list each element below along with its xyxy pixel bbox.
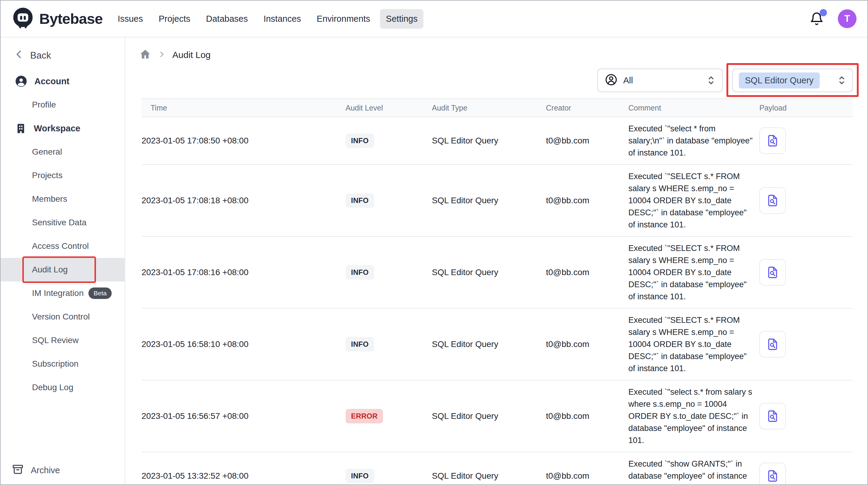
sidebar-item-version-control[interactable]: Version Control xyxy=(1,305,125,329)
sidebar-item-subscription[interactable]: Subscription xyxy=(1,352,125,376)
sidebar-section-account: Account xyxy=(1,69,125,93)
sidebar-item-members[interactable]: Members xyxy=(1,187,125,211)
settings-sidebar: Back Account Profile xyxy=(1,37,125,484)
sidebar-section-label: Workspace xyxy=(34,123,80,134)
bytebase-logo[interactable]: Bytebase xyxy=(11,7,103,31)
sidebar-item-label: Profile xyxy=(32,100,56,110)
cell-payload xyxy=(760,254,853,291)
document-search-icon xyxy=(766,469,780,483)
back-button[interactable]: Back xyxy=(1,47,125,65)
sidebar-section-label: Account xyxy=(34,77,69,86)
audit-level-badge: INFO xyxy=(346,265,374,280)
column-header-payload: Payload xyxy=(760,104,853,112)
nav-item-issues[interactable]: Issues xyxy=(112,9,149,29)
cell-audit-level: INFO xyxy=(346,463,432,485)
user-avatar[interactable]: T xyxy=(838,9,857,28)
cell-time: 2023-01-05 17:08:18 +08:00 xyxy=(142,190,346,211)
top-right-controls: T xyxy=(809,9,857,28)
audit-level-badge: INFO xyxy=(346,469,374,483)
sidebar-item-profile[interactable]: Profile xyxy=(1,93,125,117)
nav-item-settings[interactable]: Settings xyxy=(380,9,424,29)
bytebase-app-window: Bytebase IssuesProjectsDatabasesInstance… xyxy=(0,0,868,485)
audit-log-row: 2023-01-05 17:08:18 +08:00INFOSQL Editor… xyxy=(142,165,853,237)
nav-item-instances[interactable]: Instances xyxy=(257,9,307,29)
audit-level-badge: INFO xyxy=(346,193,374,208)
cell-audit-level: INFO xyxy=(346,128,432,153)
payload-view-button[interactable] xyxy=(760,127,786,154)
sidebar-item-archive[interactable]: Archive xyxy=(11,463,60,478)
nav-item-projects[interactable]: Projects xyxy=(153,9,196,29)
sidebar-section-workspace: Workspace xyxy=(1,117,125,140)
sidebar-workspace-items: GeneralProjectsMembersSensitive DataAcce… xyxy=(1,140,125,399)
cell-payload xyxy=(760,122,853,160)
sidebar-item-debug-log[interactable]: Debug Log xyxy=(1,376,125,399)
select-chevrons-icon xyxy=(707,74,716,86)
breadcrumb-chevron-icon xyxy=(158,51,166,59)
cell-comment: Executed `"select s.* from salary s wher… xyxy=(628,380,760,452)
cell-comment: Executed `"show GRANTS;"` in database "e… xyxy=(628,452,760,485)
audit-level-badge: INFO xyxy=(346,337,374,351)
audit-type-filter-select[interactable]: SQL Editor Query xyxy=(732,68,853,92)
cell-audit-type: SQL Editor Query xyxy=(432,190,546,211)
sidebar-item-general[interactable]: General xyxy=(1,140,125,164)
select-chevrons-icon xyxy=(837,74,846,86)
cell-comment: Executed `"SELECT s.* FROM salary s WHER… xyxy=(628,165,760,236)
top-nav-bar: Bytebase IssuesProjectsDatabasesInstance… xyxy=(1,1,867,37)
document-search-icon xyxy=(766,194,780,207)
sidebar-item-projects[interactable]: Projects xyxy=(1,164,125,187)
sidebar-item-label: Debug Log xyxy=(32,382,73,392)
column-header-audit-type: Audit Type xyxy=(432,104,546,112)
cell-audit-level: INFO xyxy=(346,260,432,285)
sidebar-item-sql-review[interactable]: SQL Review xyxy=(1,329,125,352)
sidebar-item-sensitive-data[interactable]: Sensitive Data xyxy=(1,211,125,234)
document-search-icon xyxy=(766,337,780,351)
audit-log-row: 2023-01-05 17:08:50 +08:00INFOSQL Editor… xyxy=(142,117,853,165)
sidebar-item-label: Subscription xyxy=(32,359,79,369)
creator-filter-select[interactable]: All xyxy=(597,68,723,92)
cell-audit-level: ERROR xyxy=(346,403,432,429)
sidebar-nav: Account Profile Workspace xyxy=(1,69,125,399)
sidebar-item-label: SQL Review xyxy=(32,336,79,345)
payload-view-button[interactable] xyxy=(760,331,786,358)
main-nav: IssuesProjectsDatabasesInstancesEnvironm… xyxy=(112,9,424,29)
column-header-time: Time xyxy=(142,104,346,112)
audit-log-row: 2023-01-05 16:58:10 +08:00INFOSQL Editor… xyxy=(142,309,853,380)
sidebar-item-audit-log[interactable]: Audit Log xyxy=(1,258,125,282)
column-header-audit-level: Audit Level xyxy=(346,104,432,112)
sidebar-item-label: Sensitive Data xyxy=(32,218,87,227)
cell-audit-type: SQL Editor Query xyxy=(432,262,546,283)
payload-view-button[interactable] xyxy=(760,403,786,429)
nav-item-databases[interactable]: Databases xyxy=(200,9,254,29)
audit-log-table: TimeAudit LevelAudit TypeCreatorCommentP… xyxy=(142,98,853,485)
person-circle-icon xyxy=(604,73,618,88)
document-search-icon xyxy=(766,409,780,423)
nav-item-environments[interactable]: Environments xyxy=(311,9,376,29)
sidebar-item-label: Members xyxy=(32,194,67,204)
cell-payload xyxy=(760,397,853,435)
brand-name: Bytebase xyxy=(39,10,103,27)
cell-creator: t0@bb.com xyxy=(546,190,628,211)
payload-view-button[interactable] xyxy=(760,259,786,286)
payload-view-button[interactable] xyxy=(760,463,786,485)
cell-payload xyxy=(760,182,853,219)
cell-time: 2023-01-05 13:32:52 +08:00 xyxy=(142,466,346,485)
table-header-row: TimeAudit LevelAudit TypeCreatorCommentP… xyxy=(142,98,853,117)
notification-bell-button[interactable] xyxy=(809,11,824,26)
cell-audit-type: SQL Editor Query xyxy=(432,406,546,426)
cell-payload xyxy=(760,325,853,363)
audit-level-badge: INFO xyxy=(346,134,374,148)
sidebar-item-access-control[interactable]: Access Control xyxy=(1,234,125,258)
table-body: 2023-01-05 17:08:50 +08:00INFOSQL Editor… xyxy=(142,117,853,485)
audit-level-badge: ERROR xyxy=(346,409,383,423)
account-person-icon xyxy=(14,75,28,88)
bytebase-logo-icon xyxy=(11,7,34,31)
document-search-icon xyxy=(766,134,780,148)
cell-audit-level: INFO xyxy=(346,332,432,357)
cell-time: 2023-01-05 17:08:16 +08:00 xyxy=(142,262,346,283)
cell-creator: t0@bb.com xyxy=(546,262,628,283)
sidebar-item-im-integration[interactable]: IM IntegrationBeta xyxy=(1,282,125,305)
back-label: Back xyxy=(30,50,51,61)
beta-badge: Beta xyxy=(88,287,112,299)
payload-view-button[interactable] xyxy=(760,187,786,214)
home-icon[interactable] xyxy=(139,48,151,62)
